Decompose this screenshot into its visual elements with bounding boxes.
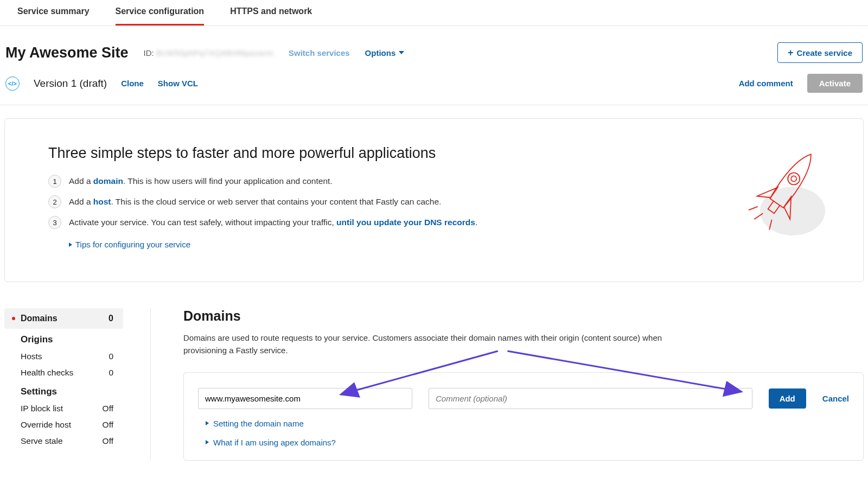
step-2: 2 Add a host. This is the cloud service …	[48, 195, 820, 208]
create-service-button[interactable]: + Create service	[777, 42, 863, 63]
sidebar-item-override-host[interactable]: Override host Off	[4, 417, 123, 433]
id-value: BcW50phPq7XQ4BHMpaxarm	[156, 48, 273, 58]
options-dropdown[interactable]: Options	[365, 48, 405, 58]
onboarding-title: Three simple steps to faster and more po…	[48, 145, 820, 162]
site-title: My Awesome Site	[5, 44, 129, 61]
svg-line-7	[507, 351, 741, 392]
svg-line-3	[749, 203, 758, 213]
caret-right-icon	[69, 243, 72, 247]
hosts-count: 0	[108, 352, 113, 361]
tab-service-configuration[interactable]: Service configuration	[116, 0, 205, 26]
plus-icon: +	[788, 48, 794, 58]
version-label: Version 1 (draft)	[34, 78, 107, 90]
domain-form-card: Add Cancel Setting the domain name What …	[183, 372, 864, 461]
sidebar-item-domains[interactable]: Domains 0	[4, 308, 123, 329]
sidebar-head-settings: Settings	[4, 381, 123, 400]
lower-section: Domains 0 Origins Hosts 0 Health checks …	[0, 295, 868, 474]
setting-domain-name-link[interactable]: Setting the domain name	[206, 419, 849, 428]
clone-link[interactable]: Clone	[121, 79, 144, 88]
add-comment-link[interactable]: Add comment	[739, 79, 793, 88]
main-panel: Domains Domains are used to route reques…	[183, 308, 864, 461]
health-count: 0	[108, 368, 113, 378]
domains-count: 0	[108, 314, 113, 323]
tab-https-network[interactable]: HTTPS and network	[230, 0, 312, 26]
chevron-down-icon	[399, 51, 404, 54]
step-3: 3 Activate your service. You can test sa…	[48, 216, 820, 229]
config-sidebar: Domains 0 Origins Hosts 0 Health checks …	[4, 308, 151, 461]
tab-service-summary[interactable]: Service summary	[17, 0, 90, 26]
switch-services-link[interactable]: Switch services	[289, 48, 350, 58]
create-service-label: Create service	[796, 48, 852, 58]
host-keyword-link[interactable]: host	[93, 197, 111, 206]
comment-input[interactable]	[429, 388, 752, 409]
dns-records-link[interactable]: until you update your DNS records	[336, 218, 475, 227]
domain-form-row: Add Cancel	[198, 388, 849, 409]
domains-title: Domains	[183, 308, 864, 324]
version-badge-icon: </>	[5, 77, 20, 91]
domain-input[interactable]	[198, 388, 412, 409]
step-1: 1 Add a domain. This is how users will f…	[48, 175, 820, 188]
options-label: Options	[365, 48, 396, 58]
id-label: ID:	[144, 48, 154, 58]
svg-point-2	[790, 175, 797, 182]
cancel-button[interactable]: Cancel	[822, 394, 849, 403]
show-vcl-link[interactable]: Show VCL	[158, 79, 198, 88]
sidebar-head-origins: Origins	[4, 329, 123, 348]
domains-description: Domains are used to route requests to yo…	[183, 332, 672, 357]
svg-point-1	[786, 170, 802, 187]
sidebar-item-serve-stale[interactable]: Serve stale Off	[4, 433, 123, 449]
rocket-illustration	[738, 141, 831, 244]
domain-keyword-link[interactable]: domain	[93, 176, 123, 186]
step-2-number: 2	[48, 195, 61, 208]
apex-domains-link[interactable]: What if I am using apex domains?	[206, 438, 849, 447]
caret-right-icon	[206, 440, 209, 444]
add-button[interactable]: Add	[769, 388, 806, 409]
activate-button[interactable]: Activate	[807, 74, 863, 93]
sidebar-item-hosts[interactable]: Hosts 0	[4, 348, 123, 365]
step-3-number: 3	[48, 216, 61, 229]
top-tabs: Service summary Service configuration HT…	[0, 0, 868, 26]
service-id: ID: BcW50phPq7XQ4BHMpaxarm	[144, 48, 273, 58]
onboarding-card: Three simple steps to faster and more po…	[4, 118, 864, 282]
caret-right-icon	[206, 421, 209, 425]
version-bar: </> Version 1 (draft) Clone Show VCL Add…	[0, 68, 868, 105]
sidebar-item-ip-block-list[interactable]: IP block list Off	[4, 400, 123, 417]
service-header: My Awesome Site ID: BcW50phPq7XQ4BHMpaxa…	[0, 26, 868, 68]
step-1-number: 1	[48, 175, 61, 188]
tips-link[interactable]: Tips for configuring your service	[69, 240, 820, 249]
sidebar-item-health-checks[interactable]: Health checks 0	[4, 365, 123, 381]
